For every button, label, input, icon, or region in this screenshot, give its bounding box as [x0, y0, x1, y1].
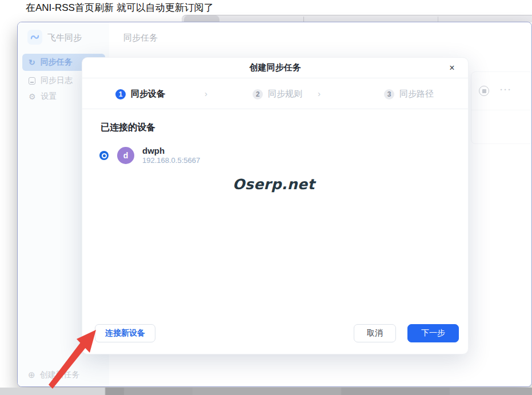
device-info: dwph 192.168.0.5:5667	[142, 146, 200, 165]
device-avatar: d	[117, 147, 134, 164]
device-address: 192.168.0.5:5667	[142, 155, 200, 165]
wizard-steps: 1 同步设备 › 2 同步规则 › 3 同步路径	[82, 78, 468, 109]
modal-header: 创建同步任务 ×	[82, 58, 468, 78]
close-modal-icon[interactable]: ×	[446, 62, 458, 74]
step-number: 3	[384, 89, 394, 99]
step-number: 2	[253, 89, 263, 99]
cancel-button[interactable]: 取消	[354, 324, 396, 342]
create-sync-task-modal: 创建同步任务 × 1 同步设备 › 2 同步规则 › 3 同步路径 已连接的设备…	[82, 57, 469, 354]
page-caption: 在ANI-RSS首页刷新 就可以自动更新订阅了	[26, 1, 214, 14]
next-step-button[interactable]: 下一步	[407, 324, 459, 342]
connected-devices-title: 已连接的设备	[101, 122, 155, 134]
watermark: Oserp.net	[233, 176, 315, 193]
modal-title: 创建同步任务	[250, 62, 301, 73]
step-sync-path: 3 同步路径	[384, 89, 434, 99]
step-sync-rules: 2 同步规则	[253, 89, 302, 99]
chevron-right-icon: ›	[318, 89, 321, 98]
step-number: 1	[115, 89, 126, 99]
connect-new-device-button[interactable]: 连接新设备	[95, 324, 155, 342]
step-label: 同步路径	[399, 89, 434, 99]
step-label: 同步规则	[268, 89, 302, 99]
device-name: dwph	[142, 146, 200, 155]
step-sync-device: 1 同步设备	[115, 89, 165, 99]
device-list-item[interactable]: d dwph 192.168.0.5:5667	[96, 143, 267, 167]
device-radio-selected[interactable]	[99, 151, 109, 160]
chevron-right-icon: ›	[205, 89, 207, 98]
taskbar-strip	[0, 388, 532, 395]
step-label: 同步设备	[131, 89, 165, 99]
